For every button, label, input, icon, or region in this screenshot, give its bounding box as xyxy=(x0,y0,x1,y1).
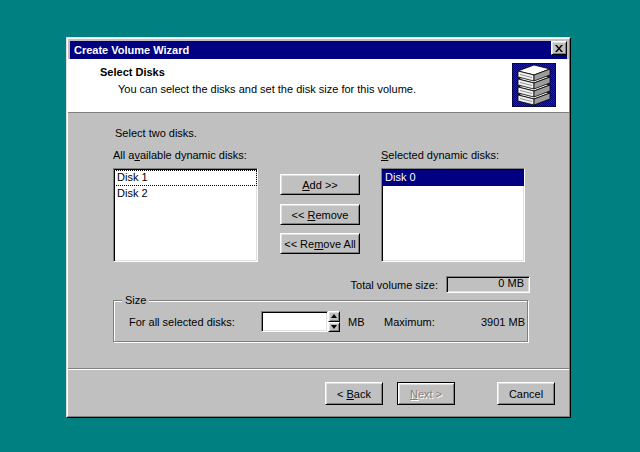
size-spinner xyxy=(328,311,340,332)
cancel-button[interactable]: Cancel xyxy=(497,382,555,405)
total-volume-size-value: 0 MB xyxy=(446,276,530,293)
spinner-up-icon xyxy=(331,314,337,318)
total-volume-size-label: Total volume size: xyxy=(218,279,438,291)
create-volume-wizard-window: Create Volume Wizard Select Disks You ca… xyxy=(66,37,571,418)
back-button[interactable]: < Back xyxy=(325,382,383,405)
window-frame: Create Volume Wizard Select Disks You ca… xyxy=(67,38,570,417)
wizard-header: Select Disks You can select the disks an… xyxy=(68,59,569,113)
available-disks-label: All available dynamic disks: xyxy=(113,149,247,161)
list-item-disk-0[interactable]: Disk 0 xyxy=(382,170,524,186)
size-group-caption: Size xyxy=(122,294,149,306)
remove-button[interactable]: << Remove xyxy=(280,204,360,225)
spinner-up-button[interactable] xyxy=(328,311,340,322)
for-all-selected-disks-label: For all selected disks: xyxy=(129,316,235,328)
spinner-down-icon xyxy=(331,325,337,329)
selected-disks-label: Selected dynamic disks: xyxy=(381,149,499,161)
disk-stack-icon xyxy=(512,63,556,107)
size-groupbox: Size For all selected disks: MB Maximum:… xyxy=(113,300,528,342)
mb-unit-label: MB xyxy=(348,316,365,328)
available-disks-listbox[interactable]: Disk 1 Disk 2 xyxy=(113,168,258,262)
maximum-label: Maximum: xyxy=(384,316,435,328)
window-title: Create Volume Wizard xyxy=(74,44,189,56)
maximum-value: 3901 MB xyxy=(481,316,525,328)
footer-separator xyxy=(68,368,569,370)
page-subtitle: You can select the disks and set the dis… xyxy=(118,83,416,95)
page-title: Select Disks xyxy=(100,66,165,78)
next-button[interactable]: Next > xyxy=(397,382,455,405)
close-button[interactable] xyxy=(551,41,567,55)
remove-all-button[interactable]: << Remove All xyxy=(280,233,360,254)
selected-disks-listbox[interactable]: Disk 0 xyxy=(381,168,525,262)
size-input[interactable] xyxy=(261,311,328,332)
list-item-disk-2[interactable]: Disk 2 xyxy=(114,186,257,202)
close-icon xyxy=(555,45,563,52)
titlebar[interactable]: Create Volume Wizard xyxy=(70,41,567,59)
instruction-text: Select two disks. xyxy=(115,127,197,139)
add-button[interactable]: Add >> xyxy=(280,174,360,195)
list-item-disk-1[interactable]: Disk 1 xyxy=(114,170,257,186)
desktop: { "window": { "title": "Create Volume Wi… xyxy=(0,0,640,452)
spinner-down-button[interactable] xyxy=(328,322,340,333)
